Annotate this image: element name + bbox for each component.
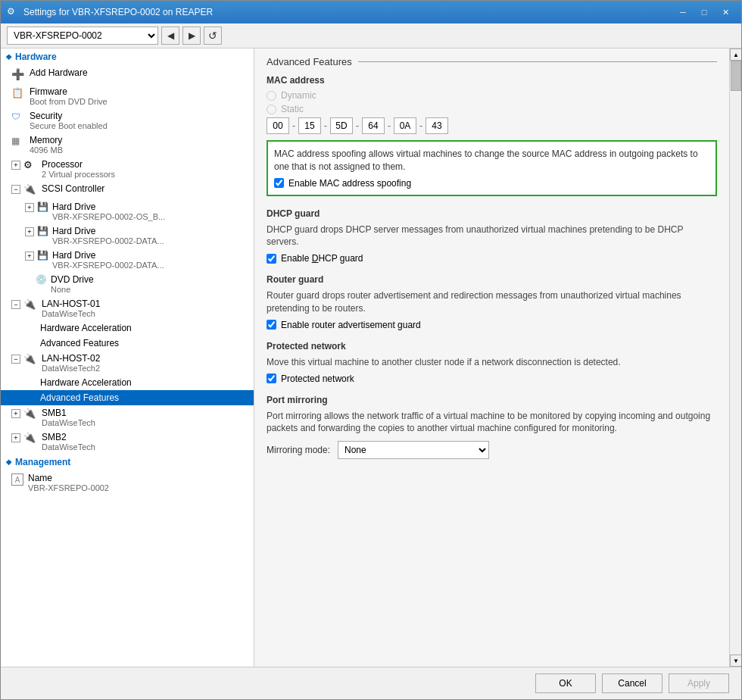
hd2-desc: VBR-XFSREPO-0002-DATA...: [52, 236, 164, 245]
router-guard-checkbox-label: Enable router advertisement guard: [281, 320, 421, 330]
sidebar-item-scsi[interactable]: − 🔌 SCSI Controller: [1, 181, 254, 199]
lan1-inner: 🔌 LAN-HOST-01 DataWiseTech: [23, 298, 100, 318]
port-mirroring-desc: Port mirroring allows the network traffi…: [267, 410, 717, 436]
maximize-button[interactable]: □: [694, 5, 714, 20]
mac-field-6[interactable]: [426, 117, 448, 134]
dynamic-radio[interactable]: [267, 91, 276, 101]
router-guard-checkbox[interactable]: [267, 320, 276, 330]
lan2-text: LAN-HOST-02 DataWiseTech2: [42, 353, 100, 373]
security-name: Security: [30, 111, 108, 121]
hardware-chevron-icon: ❖: [5, 53, 12, 61]
mac-field-2[interactable]: [298, 117, 321, 134]
close-button[interactable]: ✕: [716, 5, 735, 20]
lan1-hwaccel-label: Hardware Acceleration: [40, 323, 132, 333]
mac-fields: - - - - -: [267, 117, 717, 134]
hd1-icon: 💾: [37, 202, 49, 214]
cancel-button[interactable]: Cancel: [602, 673, 662, 693]
right-scrollbar[interactable]: ▲ ▼: [729, 48, 741, 667]
sidebar-item-smb1[interactable]: + 🔌 SMB1 DataWiseTech: [1, 405, 254, 430]
lan2-expand-icon[interactable]: −: [11, 355, 20, 364]
hd2-expand-icon[interactable]: +: [25, 227, 34, 236]
mirroring-mode-label: Mirroring mode:: [267, 445, 330, 455]
smb1-name: SMB1: [42, 408, 95, 418]
mac-field-4[interactable]: [362, 117, 385, 134]
lan2-inner: 🔌 LAN-HOST-02 DataWiseTech2: [23, 353, 100, 373]
protected-network-checkbox-row: Protected network: [267, 373, 717, 384]
title-bar: ⚙ Settings for VBR-XFSREPO-0002 on REAPE…: [1, 1, 741, 23]
firmware-desc: Boot from DVD Drive: [30, 97, 108, 106]
dvd-text: DVD Drive None: [51, 274, 94, 294]
right-panel: Advanced Features MAC address Dynamic: [254, 48, 741, 667]
forward-button[interactable]: ▶: [182, 27, 201, 45]
sidebar-item-firmware[interactable]: 📋 Firmware Boot from DVD Drive: [1, 84, 254, 108]
sidebar-item-lan2-advfeatures[interactable]: Advanced Features: [1, 390, 254, 405]
section-title: Advanced Features: [267, 56, 717, 67]
dynamic-radio-item: Dynamic: [267, 90, 717, 101]
sidebar-management-label: Management: [15, 457, 70, 467]
mac-sep-4: -: [388, 120, 391, 131]
dhcp-guard-desc: DHCP guard drops DHCP server messages fr…: [267, 223, 717, 249]
right-content: Advanced Features MAC address Dynamic: [254, 48, 729, 667]
protected-network-checkbox[interactable]: [267, 373, 276, 383]
sidebar-item-hd2[interactable]: + 💾 Hard Drive VBR-XFSREPO-0002-DATA...: [1, 223, 254, 248]
title-bar-controls: ─ □ ✕: [673, 5, 735, 20]
mirroring-row: Mirroring mode: None Source Destination …: [267, 441, 717, 459]
lan1-text: LAN-HOST-01 DataWiseTech: [42, 298, 100, 318]
sidebar-section-hardware[interactable]: ❖ Hardware: [1, 48, 254, 65]
mac-field-5[interactable]: [394, 117, 416, 134]
port-mirroring-label: Port mirroring: [267, 395, 717, 405]
refresh-button[interactable]: ↺: [204, 27, 222, 45]
scroll-thumb[interactable]: [731, 61, 741, 91]
sidebar-item-lan2[interactable]: − 🔌 LAN-HOST-02 DataWiseTech2: [1, 351, 254, 375]
mac-sep-5: -: [419, 120, 422, 131]
dhcp-guard-label: DHCP guard: [267, 208, 717, 219]
mac-spoofing-text: MAC address spoofing allows virtual mach…: [274, 148, 709, 173]
sidebar-item-lan2-hwaccel[interactable]: Hardware Acceleration: [1, 375, 254, 390]
sidebar-item-name[interactable]: A Name VBR-XFSREPO-0002: [1, 470, 254, 495]
static-radio[interactable]: [267, 105, 276, 114]
sidebar-inner: ❖ Hardware ➕ Add Hardware 📋 Firmware Boo…: [1, 48, 254, 495]
vm-select[interactable]: VBR-XFSREPO-0002: [7, 27, 158, 45]
hd3-expand-icon[interactable]: +: [25, 252, 34, 261]
sidebar-item-lan1-advfeatures[interactable]: Advanced Features: [1, 336, 254, 351]
smb2-expand-icon[interactable]: +: [11, 433, 20, 442]
scsi-expand-icon[interactable]: −: [11, 185, 20, 194]
smb1-expand-icon[interactable]: +: [11, 409, 20, 418]
dvd-name: DVD Drive: [51, 274, 94, 285]
bottom-bar: OK Cancel Apply: [1, 667, 741, 699]
smb1-desc: DataWiseTech: [42, 418, 95, 427]
sidebar-section-management[interactable]: ❖ Management: [1, 454, 254, 470]
sidebar-item-add-hardware[interactable]: ➕ Add Hardware: [1, 65, 254, 84]
title-bar-text: Settings for VBR-XFSREPO-0002 on REAPER: [23, 7, 673, 17]
security-desc: Secure Boot enabled: [30, 121, 108, 130]
scroll-down-arrow[interactable]: ▼: [730, 655, 741, 667]
name-text: Name VBR-XFSREPO-0002: [28, 473, 109, 492]
sidebar-item-processor[interactable]: + ⚙ Processor 2 Virtual processors: [1, 157, 254, 181]
static-radio-item: Static: [267, 104, 717, 114]
minimize-button[interactable]: ─: [673, 5, 693, 20]
sidebar-item-hd3[interactable]: + 💾 Hard Drive VBR-XFSREPO-0002-DATA...: [1, 248, 254, 272]
hd1-name: Hard Drive: [52, 202, 165, 212]
name-icon: A: [11, 473, 23, 486]
right-panel-inner: Advanced Features MAC address Dynamic: [254, 48, 741, 667]
ok-button[interactable]: OK: [535, 673, 596, 693]
sidebar-item-dvd[interactable]: 💿 DVD Drive None: [1, 272, 254, 296]
lan1-expand-icon[interactable]: −: [11, 300, 20, 309]
mac-field-3[interactable]: [330, 117, 353, 134]
scroll-up-arrow[interactable]: ▲: [730, 48, 741, 61]
hd1-expand-icon[interactable]: +: [25, 203, 34, 212]
sidebar-item-lan1[interactable]: − 🔌 LAN-HOST-01 DataWiseTech: [1, 296, 254, 320]
sidebar-item-smb2[interactable]: + 🔌 SMB2 DataWiseTech: [1, 430, 254, 454]
sidebar-item-hd1[interactable]: + 💾 Hard Drive VBR-XFSREPO-0002-OS_B...: [1, 199, 254, 223]
processor-expand-icon[interactable]: +: [11, 161, 20, 170]
dhcp-guard-checkbox-row: Enable DHCP guard: [267, 253, 717, 264]
sidebar-item-memory[interactable]: ▦ Memory 4096 MB: [1, 133, 254, 157]
mirroring-mode-select[interactable]: None Source Destination Monitor: [338, 441, 489, 459]
back-button[interactable]: ◀: [161, 27, 179, 45]
mac-spoofing-checkbox[interactable]: [274, 178, 284, 188]
sidebar-item-security[interactable]: 🛡 Security Secure Boot enabled: [1, 108, 254, 133]
mac-field-1[interactable]: [267, 117, 289, 134]
sidebar-item-lan1-hwaccel[interactable]: Hardware Acceleration: [1, 320, 254, 336]
apply-button[interactable]: Apply: [669, 673, 729, 693]
dhcp-guard-checkbox[interactable]: [267, 254, 276, 264]
